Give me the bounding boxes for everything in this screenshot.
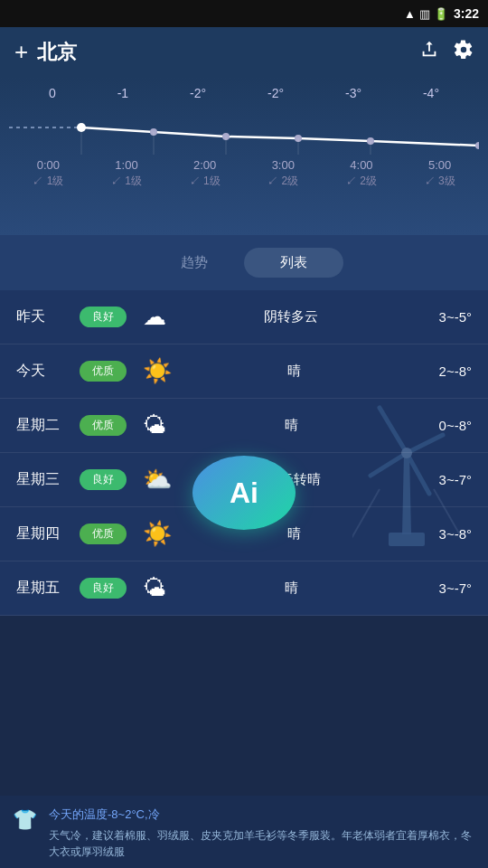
forecast-list: 昨天 良好 ☁ 阴转多云 3~-5° 今天 优质 ☀️ 晴 2~-8° 星期二 … [0,290,488,616]
header-left: + 北京 [14,38,77,66]
weather-icon: ☀️ [143,520,172,548]
time-4: 4:00 [325,158,398,172]
time-2: 2:00 [169,158,241,172]
status-icons: ▲ ▥ 🔋 [404,7,448,21]
temp-4: -3° [345,86,361,100]
temp-range: 2~-8° [399,363,472,379]
status-bar: ▲ ▥ 🔋 3:22 [0,0,488,27]
time-1: 1:00 [90,158,163,172]
hourly-section: 0 -1 -2° -2° -3° -4° 0:00 [0,77,488,235]
wind-3: ↙ 2级 [247,174,319,189]
list-tab[interactable]: 列表 [244,248,343,278]
weather-description: 晴 [188,525,399,542]
weather-icon: 🌤 [143,411,166,439]
weather-icon: 🌤 [143,574,166,602]
advice-title: 今天的温度-8~2°C,冷 [49,807,474,823]
time-row: 0:00 1:00 2:00 3:00 4:00 5:00 [0,155,488,172]
temp-5: -4° [423,86,439,100]
signal-icon: ▥ [419,7,430,21]
temp-range: 3~-5° [399,309,472,325]
temp-range: 0~-8° [399,418,472,433]
wind-row: ↙ 1级 ↙ 1级 ↙ 1级 ↙ 2级 ↙ 2级 ↙ 3级 [0,172,488,189]
temp-3: -2° [267,86,284,100]
day-label: 星期二 [16,416,80,435]
wind-5: ↙ 3级 [404,174,476,189]
table-row: 昨天 良好 ☁ 阴转多云 3~-5° [0,290,488,344]
air-quality-badge: 优质 [80,524,127,544]
header: + 北京 [0,27,488,77]
city-name: 北京 [37,39,77,66]
wind-2: ↙ 1级 [169,174,241,189]
advice-text: 天气冷，建议着棉服、羽绒服、皮夹克加羊毛衫等冬季服装。年老体弱者宜着厚棉衣，冬大… [49,827,474,860]
svg-point-6 [475,142,479,149]
wind-1: ↙ 1级 [90,174,163,189]
status-time: 3:22 [454,6,479,21]
temp-range: 3~-7° [399,580,472,596]
battery-icon: 🔋 [434,7,448,21]
time-5: 5:00 [404,158,476,172]
weather-icon: ⛅ [143,466,172,494]
add-city-button[interactable]: + [14,38,28,66]
temp-range: 3~-7° [399,472,472,487]
weather-description: 晴 [183,417,399,434]
advice-content: 今天的温度-8~2°C,冷 天气冷，建议着棉服、羽绒服、皮夹克加羊毛衫等冬季服装… [14,807,474,860]
shirt-icon: 👕 [13,808,37,832]
air-quality-badge: 良好 [80,307,127,327]
weather-icon: ☁ [143,303,166,331]
weather-icon: ☀️ [143,357,172,385]
table-row: 星期二 优质 🌤 晴 0~-8° [0,399,488,453]
temp-range: 3~-8° [399,526,472,542]
bottom-advice: 👕 今天的温度-8~2°C,冷 天气冷，建议着棉服、羽绒服、皮夹克加羊毛衫等冬季… [0,796,488,868]
wifi-icon: ▲ [404,7,416,21]
table-row: 今天 优质 ☀️ 晴 2~-8° [0,344,488,399]
weather-description: 晴 [183,580,399,597]
temp-1: -1 [117,86,128,100]
weather-description: 晴 [188,363,399,380]
day-label: 今天 [16,362,80,381]
trend-tab[interactable]: 趋势 [145,248,244,278]
air-quality-badge: 良好 [80,469,127,490]
table-row: 星期五 良好 🌤 晴 3~-7° [0,561,488,616]
air-quality-badge: 优质 [80,361,127,382]
time-0: 0:00 [12,158,84,172]
temp-labels: 0 -1 -2° -2° -3° -4° [0,86,488,100]
temp-2: -2° [190,86,206,100]
chart-area [9,105,479,155]
time-3: 3:00 [247,158,319,172]
ai-label: Ai [230,476,258,510]
day-label: 星期三 [16,470,80,489]
air-quality-badge: 良好 [80,578,127,599]
ai-button[interactable]: Ai [192,456,296,530]
settings-button[interactable] [454,40,474,65]
temp-0: 0 [49,86,56,100]
day-label: 星期五 [16,579,80,598]
wind-0: ↙ 1级 [12,174,84,189]
day-label: 昨天 [16,307,80,326]
air-quality-badge: 优质 [80,415,127,436]
header-right [419,40,474,65]
share-button[interactable] [419,40,439,65]
weather-description: 阴转多云 [183,308,399,326]
day-label: 星期四 [16,524,80,543]
wind-4: ↙ 2级 [325,174,398,189]
toggle-bar: 趋势 列表 [0,235,488,290]
